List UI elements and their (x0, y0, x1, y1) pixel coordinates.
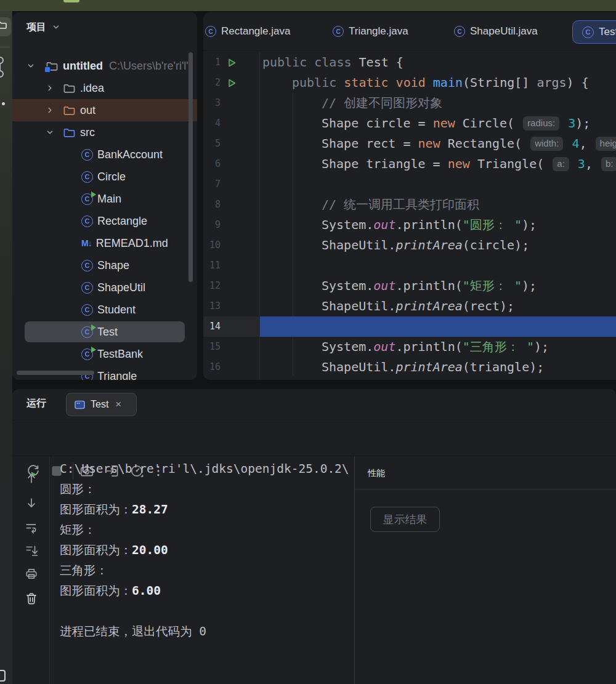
code-token: main (433, 75, 463, 90)
console-line-3: 图形面积为：28.27 (60, 499, 349, 520)
run-line-button[interactable] (227, 74, 238, 91)
line-number: 14 (203, 316, 221, 337)
clear-console-button[interactable] (24, 591, 39, 606)
tree-item-student[interactable]: CStudent (12, 299, 197, 321)
tree-item-label: REMEAD1.md (96, 237, 168, 250)
console-text: 图形面积为： (60, 543, 132, 557)
code-token: (rect); (463, 299, 514, 313)
project-panel-header[interactable]: 项目 (26, 20, 60, 34)
class-icon: C (333, 26, 344, 37)
code-token: args (537, 75, 566, 90)
project-tool-button[interactable] (0, 17, 11, 36)
console-gutter-separator (49, 456, 50, 684)
inline-hint: b: (601, 157, 616, 171)
code-token: "三角形： " (463, 339, 534, 354)
tab-label: Test (599, 26, 616, 38)
console-line-5: 图形面积为：20.00 (60, 540, 349, 560)
editor-tab-test-selected[interactable]: CTest (572, 20, 616, 44)
commit-tool-button[interactable] (0, 55, 8, 80)
code-text: ShapeUtil.printArea(circle); (262, 235, 529, 255)
code-text: System.out.println("圆形： "); (262, 215, 537, 235)
code-token: ); (522, 278, 537, 293)
soft-wrap-button[interactable] (24, 520, 39, 535)
tree-item-label: Test (97, 326, 118, 339)
editor-tab-triangle-java[interactable]: CTriangle.java (333, 12, 408, 50)
tree-item-circle[interactable]: CCircle (12, 166, 197, 188)
tree-item--idea[interactable]: .idea (12, 77, 197, 99)
class-icon: C (454, 26, 465, 37)
console-value: 28.27 (132, 502, 168, 517)
code-text: public static void main(String[] args) { (262, 73, 589, 93)
markdown-file-icon: M↓ (81, 238, 92, 248)
run-toolbar (12, 420, 616, 456)
desktop-strip (0, 0, 616, 11)
taskbar-icon-fragment (63, 0, 79, 2)
folder-icon (0, 21, 7, 30)
code-line-2: 2public static void main(String[] args) … (203, 73, 616, 93)
console-text: 图形面积为： (60, 502, 132, 517)
tree-item-label: Rectangle (97, 215, 147, 228)
tree-item-bankaccount[interactable]: CBankAccount (12, 143, 197, 166)
run-overlay-icon (91, 324, 96, 331)
print-button[interactable] (24, 566, 39, 581)
code-token: Rectangle( (448, 136, 529, 151)
tree-item-remead1-md[interactable]: M↓REMEAD1.md (12, 232, 197, 254)
code-line-13: 13ShapeUtil.printArea(rect); (203, 296, 616, 316)
chevron-down-icon[interactable] (27, 62, 34, 70)
run-line-button[interactable] (227, 54, 238, 71)
tree-item-shape[interactable]: CShape (12, 254, 197, 276)
tree-item-test[interactable]: CTest (12, 321, 197, 343)
code-token: , (585, 156, 600, 171)
code-line-1: 1public class Test { (203, 52, 616, 73)
chevron-down-icon[interactable] (46, 129, 54, 136)
tree-item-rectangle[interactable]: CRectangle (12, 210, 197, 232)
line-number: 4 (203, 113, 221, 134)
line-number: 6 (203, 154, 221, 174)
tree-item-main[interactable]: CMain (12, 188, 197, 210)
code-token: out (373, 278, 395, 293)
scroll-down-button[interactable] (24, 496, 39, 510)
code-token: , (579, 136, 594, 151)
show-results-button[interactable]: 显示结果 (370, 507, 440, 532)
code-text: System.out.println("矩形： "); (262, 276, 537, 296)
runnable-class-icon: C (81, 348, 93, 360)
code-text: Shape circle = new Circle( radius: 3); (262, 113, 590, 134)
chevron-right-icon[interactable] (46, 84, 54, 92)
tree-item-src[interactable]: src (12, 121, 197, 143)
chevron-right-icon[interactable] (46, 107, 54, 114)
line-number: 5 (203, 134, 221, 154)
console-line-8 (60, 601, 349, 621)
class-icon: C (81, 149, 93, 161)
tree-horizontal-scrollbar[interactable] (17, 371, 94, 375)
run-overlay-icon (91, 347, 96, 353)
editor-tab-rectangle-java[interactable]: CRectangle.java (205, 12, 290, 50)
code-editor[interactable]: 1public class Test {2public static void … (203, 52, 616, 380)
tree-vertical-scrollbar[interactable] (188, 52, 193, 282)
code-line-12: 12System.out.println("矩形： "); (203, 276, 616, 296)
chevron-down-icon (52, 23, 60, 31)
code-token: public (292, 75, 344, 90)
editor-tab-shapeutil-java[interactable]: CShapeUtil.java (454, 12, 538, 50)
run-panel-header: 运行 Test × (12, 389, 616, 420)
tree-item-label: Shape (97, 259, 129, 272)
console-line-1: C:\Users\b're'ri'l\.jdks\openjdk-25.0.2\ (60, 459, 349, 479)
code-token: Circle( (463, 116, 522, 131)
line-number: 2 (203, 73, 221, 93)
code-line-15: 15System.out.println("三角形： "); (203, 337, 616, 357)
tree-item-testbank[interactable]: CTestBank (12, 343, 197, 365)
scroll-to-end-button[interactable] (24, 543, 39, 558)
run-tab-test[interactable]: Test × (66, 393, 137, 416)
tree-item-out[interactable]: out (12, 99, 197, 121)
class-icon: C (582, 26, 594, 38)
scroll-up-button[interactable] (24, 471, 39, 486)
code-token: Shape circle = (322, 116, 433, 131)
close-icon[interactable]: × (115, 398, 121, 411)
tree-item-label: TestBank (97, 348, 143, 361)
inline-hint: heig (596, 137, 616, 151)
tree-item-label: .idea (80, 82, 104, 95)
tree-item-untitled[interactable]: untitledC:\Users\b're'ri'l' (12, 55, 197, 77)
tree-item-shapeutil[interactable]: CShapeUtil (12, 276, 197, 299)
console-output[interactable]: C:\Users\b're'ri'l\.jdks\openjdk-25.0.2\… (60, 459, 349, 684)
code-token: static void (344, 75, 433, 90)
bottom-tool-fragment[interactable] (0, 670, 6, 682)
